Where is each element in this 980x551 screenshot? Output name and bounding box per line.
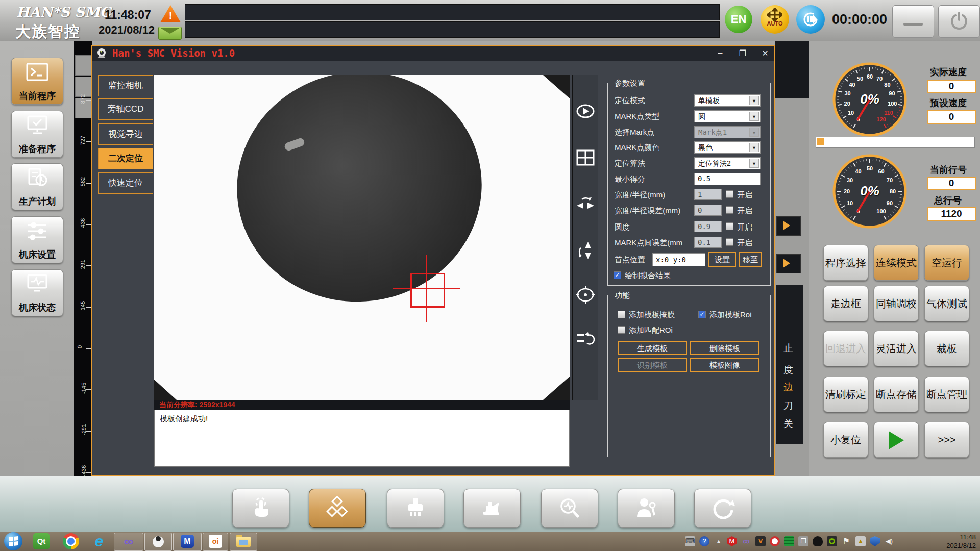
small-reset-button[interactable]: 小复位 <box>823 422 868 458</box>
camera-play-icon[interactable] <box>576 102 595 121</box>
target-icon[interactable] <box>576 285 595 305</box>
first-point-input[interactable]: x:0 y:0 <box>652 253 705 266</box>
flexible-entry-button[interactable]: 灵活进入 <box>874 331 919 366</box>
dock-reset-button[interactable] <box>694 489 751 528</box>
minimize-app-button[interactable] <box>892 5 934 38</box>
taskbar-app-webcam[interactable] <box>144 533 172 551</box>
tray-v-app-icon[interactable]: V <box>755 536 766 546</box>
sidebar-item-current-program[interactable]: 当前程序 <box>11 58 63 105</box>
split-grid-icon[interactable] <box>576 148 595 167</box>
tray-shield-icon[interactable] <box>870 536 880 546</box>
tray-record-icon[interactable] <box>770 536 780 546</box>
sidebar-item-machine-status[interactable]: 机床状态 <box>11 269 63 316</box>
flip-horizontal-icon[interactable] <box>576 193 595 213</box>
dialog-minimize-button[interactable]: – <box>714 48 727 58</box>
tray-bird-icon[interactable] <box>813 536 823 546</box>
brush-calibration-button[interactable]: 清刷标定 <box>823 377 868 412</box>
template-image-button[interactable]: 模板图像 <box>690 358 760 372</box>
hidden-next-button-1[interactable] <box>776 216 801 236</box>
tab-vision-edge-finding[interactable]: 视觉寻边 <box>98 123 153 145</box>
sidebar-item-production-plan[interactable]: 生产计划 <box>11 163 63 210</box>
add-template-roi-checkbox[interactable]: ✓ <box>698 311 706 318</box>
dry-run-button[interactable]: 空运行 <box>924 245 969 281</box>
alarm-warning-icon[interactable]: ! <box>160 5 181 22</box>
ruler-value: 872 <box>80 94 86 104</box>
chrome-icon[interactable] <box>63 533 79 549</box>
add-match-roi-checkbox[interactable] <box>618 326 625 334</box>
reset-view-icon[interactable] <box>576 329 595 348</box>
set-first-point-button[interactable]: 设置 <box>708 252 736 267</box>
start-run-button[interactable] <box>874 422 919 458</box>
delete-template-button[interactable]: 删除模板 <box>690 341 760 355</box>
tray-gpu-icon[interactable] <box>827 536 837 546</box>
sidebar-item-prepare-program[interactable]: 准备程序 <box>11 111 63 158</box>
tray-help-icon[interactable]: ? <box>699 536 709 546</box>
width-radius-error-enable-checkbox[interactable] <box>726 206 733 214</box>
hidden-next-button-2[interactable] <box>776 254 801 273</box>
tray-flag-icon[interactable]: ⚑ <box>841 536 851 546</box>
tray-volume-icon[interactable]: ◀) <box>884 536 894 546</box>
svg-text:60: 60 <box>878 168 884 174</box>
mark-spacing-error-enable-checkbox[interactable] <box>726 238 733 246</box>
tray-keyboard-icon[interactable]: ⌨ <box>685 536 695 546</box>
program-select-button[interactable]: 程序选择 <box>823 245 868 281</box>
move-to-button[interactable]: 移至 <box>739 252 762 267</box>
dock-diagnostics-button[interactable] <box>541 489 598 528</box>
dock-clean-brush-button[interactable] <box>387 489 444 528</box>
language-toggle-button[interactable]: EN <box>725 6 752 33</box>
frame-trace-button[interactable]: 走边框 <box>823 286 868 321</box>
tray-action-center-icon[interactable]: ▲ <box>855 536 866 546</box>
width-radius-enable-checkbox[interactable] <box>726 190 733 198</box>
tray-overflow-icon[interactable]: ▴ <box>714 536 724 546</box>
power-button[interactable] <box>938 5 980 38</box>
tab-fast-positioning[interactable]: 快速定位 <box>98 172 153 194</box>
roundness-enable-checkbox[interactable] <box>726 222 733 230</box>
svg-text:110: 110 <box>884 110 893 116</box>
camera-image-view[interactable] <box>154 75 570 400</box>
taskbar-app-visual-studio[interactable]: ∞ <box>114 533 143 551</box>
dock-program-blocks-button[interactable] <box>309 489 366 528</box>
tab-secondary-positioning[interactable]: 二次定位 <box>98 148 153 169</box>
mark-color-dropdown[interactable]: 黑色▼ <box>694 141 761 154</box>
coaxial-align-button[interactable]: 同轴调校 <box>874 286 919 321</box>
positioning-mode-dropdown[interactable]: 单模板▼ <box>694 94 761 107</box>
auto-mode-button[interactable]: AUTO <box>761 5 789 34</box>
dialog-title-bar[interactable]: Han's SMC Vision v1.0 – ❐ ✕ <box>92 46 774 61</box>
tab-monitor-camera[interactable]: 监控相机 <box>98 75 153 96</box>
tab-side-axis-ccd[interactable]: 旁轴CCD <box>98 98 153 120</box>
dock-operator-tools-button[interactable] <box>618 489 675 528</box>
dock-lubrication-button[interactable] <box>463 489 521 528</box>
cut-board-button[interactable]: 裁板 <box>924 331 969 366</box>
taskbar-app-explorer[interactable] <box>230 533 257 551</box>
internet-explorer-icon[interactable]: e <box>91 533 107 549</box>
add-template-mask-checkbox[interactable] <box>618 311 625 318</box>
more-button[interactable]: >>> <box>924 422 969 458</box>
continuous-mode-button[interactable]: 连续模式 <box>874 245 919 281</box>
breakpoint-save-button[interactable]: 断点存储 <box>874 377 919 412</box>
tray-visual-studio-icon[interactable]: ∞ <box>741 536 751 546</box>
taskbar-app-blue[interactable]: M <box>173 533 202 551</box>
dock-touch-button[interactable] <box>232 489 289 528</box>
dialog-close-button[interactable]: ✕ <box>758 48 772 58</box>
mark-type-dropdown[interactable]: 圆▼ <box>694 110 761 122</box>
message-envelope-icon[interactable] <box>158 27 182 40</box>
flip-vertical-icon[interactable] <box>576 241 595 260</box>
start-button[interactable] <box>4 532 22 550</box>
positioning-algorithm-dropdown[interactable]: 定位算法2▼ <box>694 157 761 169</box>
tray-network-grid-icon[interactable] <box>784 536 794 546</box>
draw-fit-checkbox[interactable]: ✓ <box>614 271 621 279</box>
top-bar: HAN*S SMC 大族智控 11:48:07 2021/08/12 ! EN … <box>0 0 980 41</box>
dialog-maximize-button[interactable]: ❐ <box>736 48 749 58</box>
generate-template-button[interactable]: 生成模板 <box>618 341 687 355</box>
qt-app-icon[interactable]: Qt <box>33 533 50 549</box>
tray-windows-copy-icon[interactable]: ❒ <box>798 536 808 546</box>
tray-antivirus-icon[interactable]: M <box>727 536 737 546</box>
taskbar-app-oi[interactable]: oi <box>203 533 228 551</box>
mark-color-label: MARK点颜色 <box>615 143 659 153</box>
cycle-pause-button[interactable] <box>796 5 825 34</box>
breakpoint-manage-button[interactable]: 断点管理 <box>924 377 969 412</box>
sidebar-item-machine-settings[interactable]: 机床设置 <box>11 216 63 263</box>
gas-test-button[interactable]: 气体测试 <box>924 286 969 321</box>
min-score-input[interactable]: 0.5 <box>694 173 761 185</box>
tray-clock[interactable]: 11:48 2021/8/12 <box>914 533 976 550</box>
